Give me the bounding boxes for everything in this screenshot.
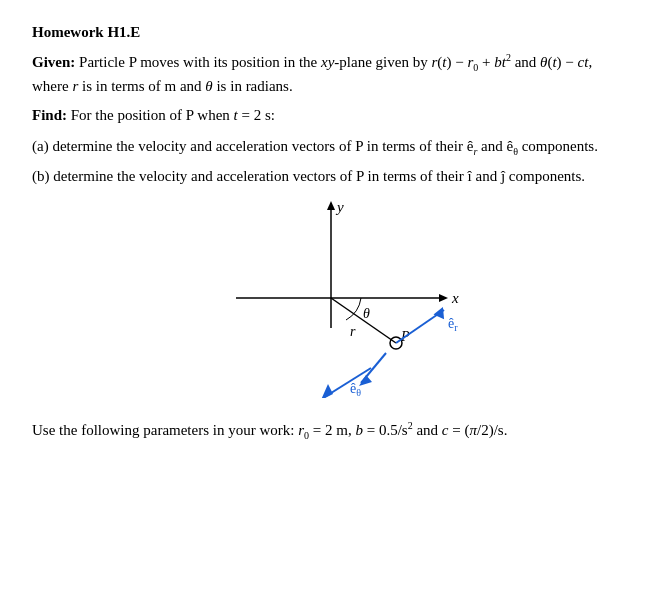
find-label: Find:: [32, 107, 67, 123]
part-b-text: determine the velocity and acceleration …: [53, 168, 585, 184]
title: Homework H1.E: [32, 24, 640, 41]
svg-marker-1: [327, 201, 335, 210]
part-a-label: (a): [32, 138, 49, 154]
params-section: Use the following parameters in your wor…: [32, 418, 640, 443]
diagram-container: y x r θ P êr êθ: [32, 198, 640, 408]
svg-text:r: r: [350, 324, 356, 339]
svg-marker-18: [359, 375, 372, 386]
svg-marker-15: [321, 384, 333, 398]
part-b-label: (b): [32, 168, 50, 184]
svg-text:x: x: [451, 290, 459, 306]
part-a: (a) determine the velocity and accelerat…: [32, 135, 640, 159]
find-text: For the position of P when t = 2 s:: [71, 107, 275, 123]
svg-text:θ: θ: [363, 306, 370, 321]
svg-marker-12: [433, 306, 449, 322]
svg-marker-4: [439, 294, 448, 302]
diagram-svg: y x r θ P êr êθ: [176, 198, 496, 398]
given-text2: where r is in terms of m and θ is in rad…: [32, 78, 293, 94]
find-section: Find: For the position of P when t = 2 s…: [32, 105, 640, 127]
svg-text:êr: êr: [448, 316, 458, 333]
part-a-text: determine the velocity and acceleration …: [52, 138, 598, 154]
params-text: Use the following parameters in your wor…: [32, 422, 507, 438]
given-label: Given:: [32, 54, 75, 70]
given-text: Particle P moves with its position in th…: [79, 54, 592, 70]
svg-text:êθ: êθ: [350, 381, 361, 398]
given-section: Given: Particle P moves with its positio…: [32, 51, 640, 97]
svg-text:y: y: [335, 199, 344, 215]
part-b: (b) determine the velocity and accelerat…: [32, 165, 640, 188]
